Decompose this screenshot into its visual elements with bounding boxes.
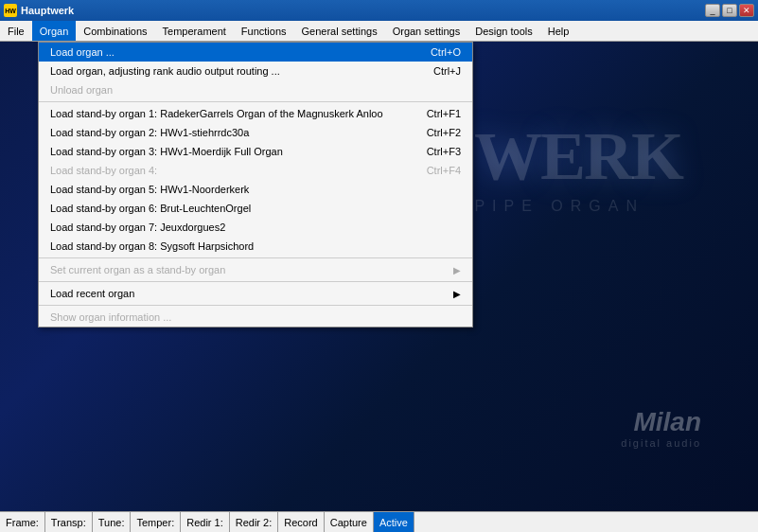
dropdown-item-standby-2[interactable]: Load stand-by organ 2: HWv1-stiehrrdc30a… xyxy=(39,123,472,142)
menu-item-organ[interactable]: Organ xyxy=(32,21,77,41)
title-bar-left: HW Hauptwerk xyxy=(4,4,74,17)
dropdown-item-shortcut: Ctrl+F4 xyxy=(427,165,461,176)
background-brand: Milan digital audio xyxy=(621,407,701,449)
status-label-redir1: Redir 1: xyxy=(186,517,223,528)
status-segment-redir2: Redir 2: xyxy=(230,512,279,532)
menu-bar: FileOrganCombinationsTemperamentFunction… xyxy=(0,21,758,42)
menu-item-combinations[interactable]: Combinations xyxy=(76,21,154,41)
dropdown-item-label: Load stand-by organ 2: HWv1-stiehrrdc30a xyxy=(50,127,249,138)
minimize-button[interactable]: _ xyxy=(705,4,720,17)
window-controls: _ □ ✕ xyxy=(705,4,754,17)
dropdown-item-standby-1[interactable]: Load stand-by organ 1: RadekerGarrels Or… xyxy=(39,104,472,123)
status-label-capture: Capture xyxy=(330,517,367,528)
dropdown-item-label: Load stand-by organ 8: Sygsoft Harpsicho… xyxy=(50,240,254,252)
app-icon: HW xyxy=(4,4,17,17)
dropdown-item-label: Load organ, adjusting rank audio output … xyxy=(50,65,280,77)
status-label-redir2: Redir 2: xyxy=(236,517,273,528)
menu-item-help[interactable]: Help xyxy=(540,21,577,41)
dropdown-item-unload-organ: Unload organ xyxy=(39,80,472,99)
status-segment-transp: Transp: xyxy=(45,512,93,532)
dropdown-item-label: Load stand-by organ 3: HWv1-Moerdijk Ful… xyxy=(50,146,283,157)
brand-sub: digital audio xyxy=(621,437,701,449)
dropdown-item-label: Load stand-by organ 6: Brut-LeuchtenOrge… xyxy=(50,203,251,214)
dropdown-item-shortcut: Ctrl+F2 xyxy=(427,127,461,138)
dropdown-item-label: Load organ ... xyxy=(50,46,115,58)
dropdown-item-standby-6[interactable]: Load stand-by organ 6: Brut-LeuchtenOrge… xyxy=(39,199,472,218)
dropdown-separator xyxy=(39,281,472,282)
menu-item-design-tools[interactable]: Design tools xyxy=(467,21,540,41)
dropdown-item-load-recent[interactable]: Load recent organ▶ xyxy=(39,284,472,303)
dropdown-item-label: Show organ information ... xyxy=(50,311,171,323)
dropdown-item-shortcut: Ctrl+O xyxy=(431,46,461,58)
status-segment-tune: Tune: xyxy=(93,512,132,532)
brand-name: Milan xyxy=(621,407,701,437)
status-label-frame: Frame: xyxy=(6,517,39,528)
close-button[interactable]: ✕ xyxy=(739,4,754,17)
menu-item-file[interactable]: File xyxy=(0,21,32,41)
status-segment-temper: Temper: xyxy=(131,512,181,532)
dropdown-item-shortcut: Ctrl+J xyxy=(433,65,461,77)
main-content: WERK L PIPE ORGAN Milan digital audio Lo… xyxy=(0,42,758,524)
dropdown-separator xyxy=(39,101,472,102)
dropdown-item-load-organ-routing[interactable]: Load organ, adjusting rank audio output … xyxy=(39,62,472,80)
dropdown-item-label: Load stand-by organ 7: Jeuxdorgues2 xyxy=(50,222,225,233)
window-title: Hauptwerk xyxy=(21,5,74,16)
menu-item-functions[interactable]: Functions xyxy=(234,21,294,41)
dropdown-item-standby-7[interactable]: Load stand-by organ 7: Jeuxdorgues2 xyxy=(39,218,472,237)
status-segment-record: Record xyxy=(278,512,324,532)
status-label-active: Active xyxy=(379,517,408,528)
background-subtitle: L PIPE ORGAN xyxy=(448,198,644,215)
status-label-transp: Transp: xyxy=(51,517,86,528)
dropdown-item-load-organ[interactable]: Load organ ...Ctrl+O xyxy=(39,43,472,62)
title-bar: HW Hauptwerk _ □ ✕ xyxy=(0,0,758,21)
dropdown-item-standby-3[interactable]: Load stand-by organ 3: HWv1-Moerdijk Ful… xyxy=(39,142,472,161)
status-segment-active: Active xyxy=(374,512,414,532)
dropdown-item-standby-4: Load stand-by organ 4:Ctrl+F4 xyxy=(39,161,472,180)
dropdown-item-standby-8[interactable]: Load stand-by organ 8: Sygsoft Harpsicho… xyxy=(39,237,472,256)
dropdown-item-shortcut: Ctrl+F3 xyxy=(427,146,461,157)
status-label-temper: Temper: xyxy=(136,517,174,528)
dropdown-item-standby-5[interactable]: Load stand-by organ 5: HWv1-Noorderkerk xyxy=(39,180,472,199)
menu-item-organ-settings[interactable]: Organ settings xyxy=(385,21,468,41)
dropdown-item-arrow: ▶ xyxy=(453,265,461,275)
maximize-button[interactable]: □ xyxy=(722,4,737,17)
status-label-tune: Tune: xyxy=(98,517,125,528)
status-segment-redir1: Redir 1: xyxy=(181,512,230,532)
status-segment-frame: Frame: xyxy=(0,512,45,532)
dropdown-item-show-info: Show organ information ... xyxy=(39,308,472,327)
status-segment-capture: Capture xyxy=(325,512,374,532)
status-bar: Frame:Transp:Tune:Temper:Redir 1:Redir 2… xyxy=(0,511,758,532)
dropdown-separator xyxy=(39,257,472,258)
dropdown-item-arrow: ▶ xyxy=(453,289,461,299)
status-label-record: Record xyxy=(284,517,317,528)
dropdown-item-label: Load stand-by organ 5: HWv1-Noorderkerk xyxy=(50,184,249,195)
dropdown-item-label: Load recent organ xyxy=(50,288,134,299)
dropdown-menu: Load organ ...Ctrl+OLoad organ, adjustin… xyxy=(38,42,473,328)
menu-item-temperament[interactable]: Temperament xyxy=(155,21,234,41)
dropdown-item-label: Set current organ as a stand-by organ xyxy=(50,264,225,275)
dropdown-item-label: Load stand-by organ 4: xyxy=(50,165,157,176)
background-logo: WERK xyxy=(474,117,682,196)
dropdown-separator xyxy=(39,305,472,306)
dropdown-item-shortcut: Ctrl+F1 xyxy=(427,108,461,119)
dropdown-item-set-standby: Set current organ as a stand-by organ▶ xyxy=(39,260,472,279)
menu-item-general-settings[interactable]: General settings xyxy=(294,21,385,41)
dropdown-item-label: Unload organ xyxy=(50,84,113,96)
dropdown-item-label: Load stand-by organ 1: RadekerGarrels Or… xyxy=(50,108,383,119)
